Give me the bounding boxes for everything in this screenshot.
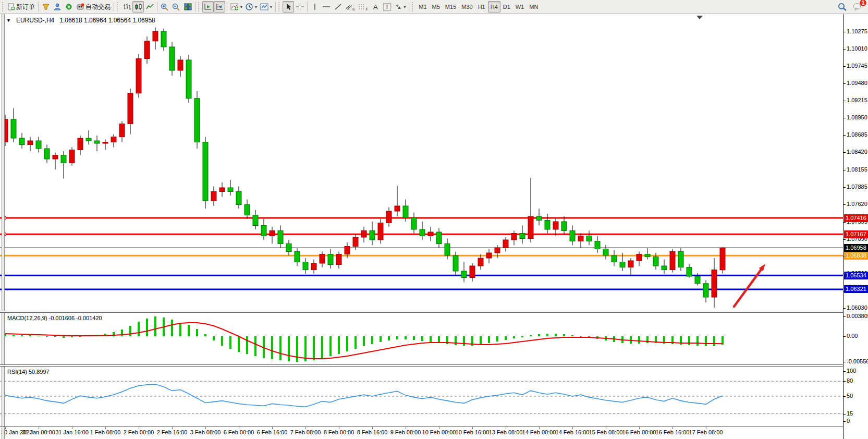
macd-histogram-bar [188, 325, 190, 336]
time-axis[interactable]: 30 Jan 202331 Jan 00:0031 Jan 16:001 Feb… [0, 426, 843, 439]
auto-scroll-button[interactable] [202, 1, 214, 13]
text-button[interactable]: A [370, 1, 381, 13]
tile-windows-button[interactable] [182, 1, 193, 13]
crosshair-icon [296, 3, 304, 10]
timeframe-button-mn[interactable]: MN [527, 1, 541, 13]
axis-tick-mark [843, 83, 846, 84]
time-label: 31 Jan 16:00 [55, 429, 89, 435]
horizontal-line-button[interactable] [321, 1, 332, 13]
toolbar-separator [38, 2, 39, 12]
line-chart-icon [146, 3, 154, 10]
macd-histogram-bar [304, 336, 307, 361]
timeframe-button-w1[interactable]: W1 [513, 1, 527, 13]
price-tick-label: 1.08950 [847, 114, 867, 120]
bull-candle [345, 247, 350, 254]
fibonacci-f-glyph: F [365, 7, 368, 12]
signals-button[interactable] [63, 1, 75, 13]
bull-candle [628, 261, 633, 267]
timeframe-button-h4[interactable]: H4 [488, 1, 500, 13]
time-label: 14 Feb 00:00 [522, 429, 556, 435]
axis-tick-mark [843, 152, 846, 153]
rsi-tick-label: 80 [847, 377, 853, 384]
strategy-tester-button[interactable] [40, 1, 52, 13]
fibonacci-button[interactable]: F [357, 1, 370, 13]
autotrading-button[interactable]: 自动交易 [75, 1, 112, 13]
macd-histogram-bar [455, 336, 457, 345]
bear-candle [303, 262, 308, 270]
zoom-out-button[interactable] [170, 1, 182, 13]
macd-histogram-bar [555, 334, 557, 336]
pane-separator[interactable] [0, 311, 843, 313]
time-label: 7 Feb 08:00 [290, 429, 321, 435]
timeframe-button-h1[interactable]: H1 [475, 1, 488, 13]
price-tick-label: 1.07885 [847, 184, 867, 190]
chart-candles-button[interactable] [132, 1, 144, 13]
axis-tick-mark [843, 101, 846, 101]
axis-tick-mark [843, 371, 846, 372]
macd-histogram-bar [63, 336, 65, 338]
new-order-button[interactable]: 新订单 [6, 1, 36, 13]
bear-candle [603, 249, 608, 256]
bear-candle [570, 231, 575, 241]
pane-separator [0, 426, 843, 428]
channel-button[interactable]: E [344, 1, 357, 13]
axis-tick-mark [843, 308, 846, 309]
templates-button[interactable]: ▾ [259, 1, 274, 13]
bear-candle [411, 218, 417, 230]
search-icon [838, 3, 847, 11]
macd-histogram-bar [521, 336, 523, 337]
bear-candle [612, 255, 617, 262]
bear-candle [61, 155, 66, 163]
pane-separator[interactable] [0, 364, 843, 367]
crosshair-button[interactable] [294, 1, 305, 13]
toolbar-right-group: 1 [836, 1, 864, 13]
axis-tick-mark [843, 381, 846, 382]
text-label-button[interactable]: T [381, 1, 393, 13]
macd-histogram-bar [238, 336, 240, 352]
timeframe-button-m30[interactable]: M30 [459, 1, 475, 13]
macd-histogram-bar [696, 336, 699, 346]
macd-histogram-bar [204, 334, 206, 336]
chart-bars-button[interactable] [121, 1, 132, 13]
axis-tick-mark [843, 135, 846, 136]
zoom-out-icon [172, 3, 180, 11]
trendline-button[interactable] [332, 1, 344, 13]
chart-shift-marker[interactable] [696, 16, 703, 19]
timeframe-button-m5[interactable]: M5 [430, 1, 443, 13]
price-axis[interactable]: 1.102751.100101.097451.094801.092151.089… [843, 14, 868, 439]
chart-dropdown-icon[interactable]: ▼ [6, 18, 11, 23]
macd-histogram-bar [346, 336, 348, 351]
periods-button[interactable]: ▾ [244, 1, 259, 13]
search-button[interactable] [836, 1, 848, 13]
macd-histogram-bar [313, 336, 315, 360]
main-chart-pane[interactable] [0, 14, 843, 311]
cursor-button[interactable] [283, 1, 294, 13]
price-tick-label: 1.10010 [847, 45, 867, 52]
timeframe-button-m1[interactable]: M1 [416, 1, 429, 13]
horizontal-line-icon [322, 3, 331, 10]
macd-histogram-bar [13, 335, 15, 336]
window-left-frame [2, 14, 5, 439]
time-label: 16 Feb 00:00 [622, 429, 656, 435]
vertical-line-button[interactable] [309, 1, 321, 13]
macd-histogram-bar [129, 326, 131, 336]
bear-candle [595, 241, 600, 249]
chart-shift-button[interactable] [214, 1, 225, 13]
navigator-button[interactable] [52, 1, 63, 13]
macd-histogram-bar [321, 336, 323, 358]
chart-symbol-period: EURUSD-,H4 [16, 17, 54, 24]
macd-histogram-bar [705, 336, 707, 346]
chart-line-button[interactable] [144, 1, 155, 13]
timeframe-button-m15[interactable]: M15 [443, 1, 459, 13]
macd-histogram-bar [480, 336, 482, 345]
zoom-in-button[interactable] [159, 1, 170, 13]
chevron-down-icon: ▾ [240, 5, 242, 9]
chart-window: ▼ EURUSD-,H4 1.06618 1.06964 1.06564 1.0… [0, 14, 868, 439]
arrows-button[interactable]: ▾ [393, 1, 407, 13]
support-line-2-badge: 1.06321 [844, 285, 868, 293]
bull-candle [528, 216, 533, 239]
indicators-button[interactable]: ▾ [229, 1, 244, 13]
bear-candle [461, 271, 467, 278]
timeframe-button-d1[interactable]: D1 [500, 1, 513, 13]
chat-button[interactable]: 1 [851, 1, 864, 13]
